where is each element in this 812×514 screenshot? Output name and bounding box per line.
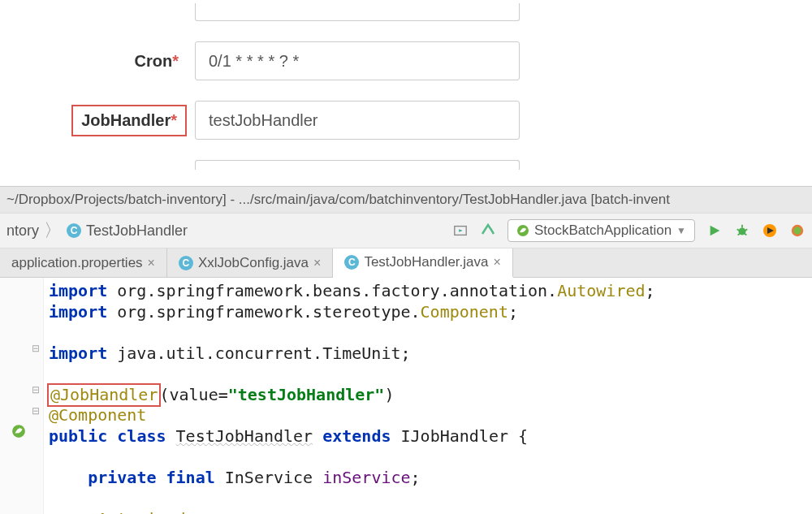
coverage-icon[interactable]	[762, 222, 778, 239]
jobhandler-input[interactable]	[195, 101, 520, 140]
svg-line-9	[745, 234, 747, 235]
breadcrumb-parent[interactable]: ntory	[6, 222, 39, 240]
ide-window: ~/Dropbox/Projects/batch-inventory] - ..…	[0, 186, 812, 514]
run-config-dropdown[interactable]: StockBatchApplication ▼	[508, 219, 695, 242]
svg-marker-1	[459, 229, 463, 232]
class-icon: C	[67, 223, 81, 238]
cron-label: Cron*	[0, 52, 195, 71]
breadcrumb: ntory 〉 C TestJobHandler	[6, 218, 188, 243]
class-icon: C	[179, 256, 193, 270]
close-icon[interactable]: ×	[313, 256, 321, 270]
tab-label: XxlJobConfig.java	[198, 255, 309, 271]
run-icon[interactable]	[706, 222, 723, 239]
svg-line-8	[738, 234, 741, 235]
fold-icon[interactable]: ⊟	[32, 343, 40, 354]
prev-field-input[interactable]	[195, 3, 520, 21]
ide-toolbar: ntory 〉 C TestJobHandler StockBatchAppli…	[0, 213, 812, 248]
debug-icon[interactable]	[734, 222, 750, 239]
breadcrumb-chevron-icon: 〉	[44, 218, 62, 243]
build-icon[interactable]	[480, 222, 496, 239]
svg-line-7	[745, 229, 748, 231]
svg-marker-3	[710, 226, 720, 236]
editor[interactable]: ⊟ ⊟ ⊟ ⊟ import org.springframework.beans…	[0, 278, 812, 514]
spring-leaf-icon	[516, 224, 529, 237]
breadcrumb-class[interactable]: TestJobHandler	[86, 222, 188, 240]
fold-icon[interactable]: ⊟	[32, 405, 40, 417]
job-form: Cron* JobHandler*	[0, 0, 812, 186]
compile-icon[interactable]	[452, 222, 469, 239]
svg-line-6	[737, 229, 740, 231]
close-icon[interactable]: ×	[493, 255, 500, 270]
tab-label: TestJobHandler.java	[364, 254, 488, 270]
jobhandler-label: JobHandler*	[71, 105, 187, 136]
fold-icon[interactable]: ⊟	[32, 384, 40, 395]
tab-testjobhandler[interactable]: C TestJobHandler.java ×	[333, 248, 512, 278]
cron-input[interactable]	[195, 41, 520, 80]
stop-icon[interactable]	[789, 222, 806, 239]
tab-application-properties[interactable]: application.properties ×	[0, 248, 167, 277]
close-icon[interactable]: ×	[148, 256, 155, 270]
toolbar-right: StockBatchApplication ▼	[452, 219, 806, 242]
tab-xxljobconfig[interactable]: C XxlJobConfig.java ×	[167, 248, 333, 277]
code-area[interactable]: import org.springframework.beans.factory…	[44, 278, 660, 514]
gutter: ⊟ ⊟ ⊟ ⊟	[0, 278, 44, 514]
file-tabs: application.properties × C XxlJobConfig.…	[0, 248, 812, 278]
spring-bean-icon[interactable]	[10, 422, 28, 440]
ide-titlebar: ~/Dropbox/Projects/batch-inventory] - ..…	[0, 187, 812, 213]
chevron-down-icon: ▼	[676, 225, 686, 236]
tab-label: application.properties	[11, 255, 143, 271]
next-field-input[interactable]	[195, 160, 520, 170]
class-icon: C	[344, 255, 359, 270]
jobhandler-label-wrap: JobHandler*	[0, 105, 195, 136]
svg-point-13	[794, 227, 801, 235]
